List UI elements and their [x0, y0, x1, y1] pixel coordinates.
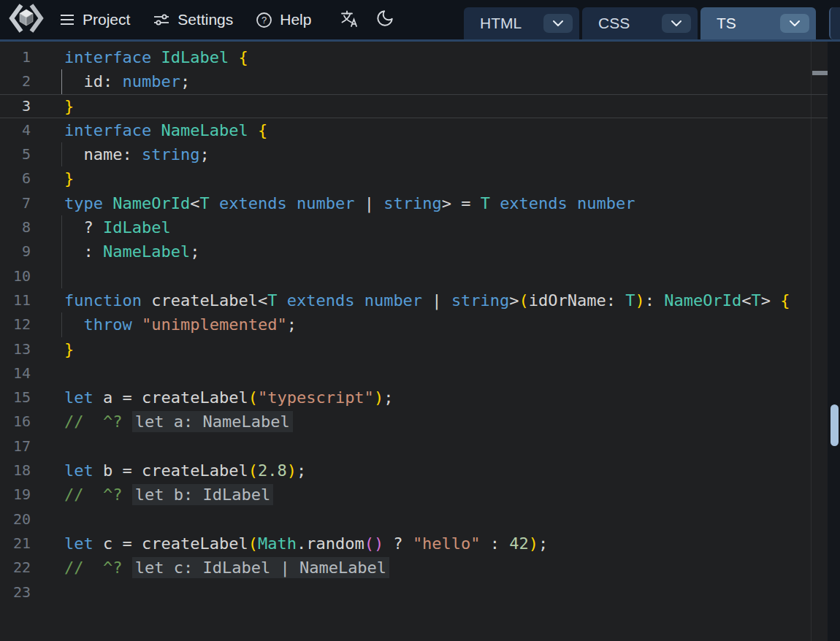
code-token: id:	[64, 72, 122, 91]
code-line-5[interactable]: 5 name: string;	[0, 142, 828, 166]
code-token: T	[267, 291, 277, 310]
code-line-23[interactable]: 23	[0, 580, 828, 604]
line-number: 2	[0, 69, 31, 93]
indent-guide	[61, 69, 62, 93]
menu-item-label: Help	[280, 11, 311, 28]
app-logo[interactable]	[6, 1, 47, 38]
code-text: throw "unimplemented";	[64, 312, 297, 337]
code-token: NameOrId	[664, 291, 741, 310]
code-line-7[interactable]: 7type NameOrId<T extends number | string…	[0, 191, 828, 215]
help-icon: ?	[255, 11, 273, 29]
code-token: // ^?	[64, 559, 122, 577]
code-token: (	[248, 461, 258, 480]
code-token: createLabel	[142, 291, 258, 310]
scrollbar-thumb[interactable]	[831, 404, 839, 446]
menu-item-label: Project	[83, 11, 130, 28]
code-text: // ^? let c: IdLabel | NameLabel	[64, 556, 389, 580]
line-number: 9	[0, 239, 31, 264]
code-token: IdLabel	[103, 218, 171, 237]
code-token: }	[64, 169, 74, 188]
code-token: T	[481, 194, 490, 212]
code-line-4[interactable]: 4interface NameLabel {	[0, 118, 828, 142]
tab-partial[interactable]	[829, 7, 840, 39]
chevron-down-icon[interactable]	[543, 14, 573, 33]
code-token: a = createLabel	[93, 388, 248, 407]
code-token: >	[761, 291, 771, 310]
code-token: number	[577, 194, 635, 212]
line-number: 11	[0, 288, 31, 312]
tab-css[interactable]: CSS	[582, 7, 698, 39]
code-token: "typescript"	[258, 388, 374, 407]
code-line-16[interactable]: 16// ^? let a: NameLabel	[0, 410, 828, 434]
menu-item-help[interactable]: ? Help	[255, 11, 311, 29]
code-line-15[interactable]: 15let a = createLabel("typescript");	[0, 385, 828, 410]
code-text: // ^? let b: IdLabel	[64, 483, 273, 507]
code-token: "hello"	[413, 534, 481, 553]
code-token: idOrName:	[529, 291, 625, 310]
code-token: NameOrId	[112, 194, 190, 212]
line-number: 8	[0, 215, 31, 239]
code-line-22[interactable]: 22// ^? let c: IdLabel | NameLabel	[0, 556, 828, 580]
code-token: ;	[383, 388, 393, 407]
code-token: |	[354, 194, 383, 212]
code-text: name: string;	[64, 142, 210, 166]
code-line-14[interactable]: 14	[0, 361, 828, 385]
menu-item-label: Settings	[177, 11, 233, 28]
code-text: let a = createLabel("typescript");	[64, 385, 393, 410]
line-number: 3	[0, 94, 31, 118]
line-number: 13	[0, 337, 31, 361]
code-token: }	[64, 97, 74, 115]
code-token	[568, 194, 577, 212]
code-line-3[interactable]: 3}	[0, 94, 828, 118]
code-token: :	[481, 534, 510, 553]
menu-item-settings[interactable]: Settings	[152, 11, 233, 28]
code-line-6[interactable]: 6}	[0, 166, 828, 191]
code-line-9[interactable]: 9 : NameLabel;	[0, 239, 828, 264]
code-line-20[interactable]: 20	[0, 507, 828, 531]
code-line-19[interactable]: 19// ^? let b: IdLabel	[0, 483, 828, 507]
code-token: T	[625, 291, 635, 310]
sliders-icon	[152, 11, 171, 28]
line-number: 22	[0, 556, 31, 580]
menu-item-project[interactable]: Project	[58, 11, 130, 28]
line-number: 20	[0, 507, 31, 531]
code-line-18[interactable]: 18let b = createLabel(2.8);	[0, 458, 828, 483]
code-token: ;	[287, 315, 297, 334]
code-line-17[interactable]: 17	[0, 434, 828, 458]
code-token: )	[374, 534, 383, 553]
code-token: ;	[180, 72, 190, 91]
code-line-11[interactable]: 11function createLabel<T extends number …	[0, 288, 828, 312]
indent-guide	[61, 312, 62, 337]
code-text: }	[64, 94, 74, 118]
theme-toggle-button[interactable]	[375, 9, 394, 31]
code-token: ;	[199, 145, 209, 164]
translate-button[interactable]	[339, 9, 359, 31]
code-text: interface NameLabel {	[64, 118, 267, 142]
tab-ts[interactable]: TS	[700, 7, 816, 39]
code-token	[287, 194, 297, 212]
code-token: name:	[64, 145, 142, 164]
code-line-10[interactable]: 10	[0, 264, 828, 288]
code-lines: 1interface IdLabel {2 id: number;3}4inte…	[0, 42, 828, 604]
code-editor[interactable]: 1interface IdLabel {2 id: number;3}4inte…	[0, 42, 840, 641]
line-number: 10	[0, 264, 31, 288]
chevron-down-icon[interactable]	[780, 14, 809, 33]
code-token	[277, 291, 286, 310]
code-token: // ^?	[64, 485, 122, 504]
code-token: )	[374, 388, 383, 407]
code-line-8[interactable]: 8 ? IdLabel	[0, 215, 828, 239]
line-number: 16	[0, 410, 31, 434]
code-line-12[interactable]: 12 throw "unimplemented";	[0, 312, 828, 337]
code-token	[151, 48, 161, 66]
code-line-13[interactable]: 13}	[0, 337, 828, 361]
tab-html[interactable]: HTML	[464, 7, 579, 39]
code-text: }	[64, 337, 74, 361]
code-line-21[interactable]: 21let c = createLabel(Math.random() ? "h…	[0, 531, 828, 556]
code-line-2[interactable]: 2 id: number;	[0, 69, 828, 93]
navbar: Project Settings ? Help	[0, 0, 840, 42]
code-token: |	[422, 291, 451, 310]
code-line-1[interactable]: 1interface IdLabel {	[0, 45, 828, 69]
moon-icon	[375, 9, 394, 31]
chevron-down-icon[interactable]	[662, 14, 691, 33]
code-token: ?	[383, 534, 413, 553]
